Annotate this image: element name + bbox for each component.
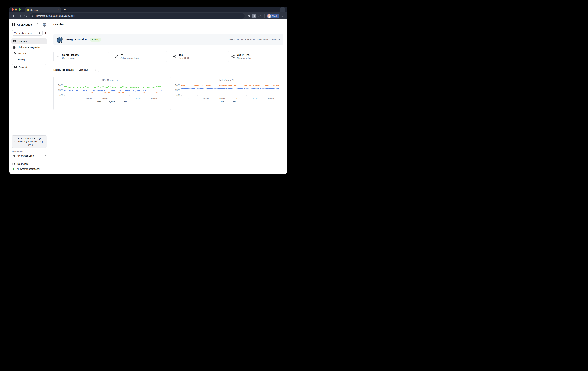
close-window-button[interactable] bbox=[11, 9, 14, 10]
chart-canvas: 0 %35 %70 %00:0000:0000:0000:0000:0000:0… bbox=[173, 82, 280, 100]
stat-card-disk-iops: 188 Disk IOPS bbox=[170, 51, 225, 62]
sidebar-item-clickhouse-integration[interactable]: ClickHouse integration bbox=[11, 45, 47, 50]
star-icon bbox=[248, 15, 250, 17]
updown-chevron-icon bbox=[39, 32, 41, 34]
stat-value: 23 bbox=[121, 54, 139, 56]
svg-text:00:00: 00:00 bbox=[252, 97, 257, 100]
svg-text:70 %: 70 % bbox=[175, 84, 180, 86]
database-icon bbox=[56, 55, 60, 58]
forward-button[interactable] bbox=[17, 14, 22, 18]
stat-label: Active connections bbox=[121, 57, 139, 59]
trial-notice-text: Your trial ends in 30 days — enter payme… bbox=[17, 137, 45, 146]
svg-text:35 %: 35 % bbox=[58, 89, 63, 91]
stat-value: 188 bbox=[179, 54, 189, 56]
svg-text:00:00: 00:00 bbox=[219, 97, 225, 100]
sidebar-item-settings[interactable]: Settings bbox=[11, 57, 47, 62]
reload-button[interactable] bbox=[23, 14, 28, 18]
building-icon bbox=[12, 154, 15, 157]
sidebar-item-backups[interactable]: Backups bbox=[11, 50, 47, 56]
browser-menu-button[interactable] bbox=[280, 14, 285, 18]
legend-label: data bbox=[233, 100, 237, 103]
site-info-icon[interactable] bbox=[32, 15, 34, 17]
service-banner: postgres-service Running 118 GB · 2 vCPU… bbox=[53, 34, 284, 45]
monitor-icon bbox=[13, 40, 16, 43]
url-text: localhost:8910/postgres/pgkybgnv0s5ii bbox=[36, 15, 75, 17]
sidebar-item-label: Overview bbox=[18, 40, 27, 43]
clickhouse-logo-icon bbox=[12, 23, 16, 27]
maximize-window-button[interactable] bbox=[19, 9, 21, 10]
tab-title: Services bbox=[30, 9, 56, 11]
svg-text:00:00: 00:00 bbox=[236, 97, 241, 100]
extensions-button[interactable] bbox=[257, 14, 262, 18]
stat-value: 55 GB / 118 GB bbox=[62, 54, 79, 56]
svg-text:00:00: 00:00 bbox=[135, 97, 140, 100]
user-avatar[interactable]: AM bbox=[42, 23, 46, 27]
svg-text:0 %: 0 % bbox=[176, 94, 180, 96]
integrations-label: Integrations bbox=[17, 163, 28, 165]
main-content: postgres-service Running 118 GB · 2 vCPU… bbox=[49, 29, 287, 115]
aws-logo-icon: aws bbox=[14, 32, 17, 34]
bell-icon[interactable] bbox=[36, 23, 39, 26]
brand-name: ClickHouse bbox=[17, 23, 34, 26]
chart-legend: rootdata bbox=[173, 100, 280, 103]
resource-usage-row: Resource usage Last hour bbox=[53, 67, 284, 72]
stats-row: 55 GB / 118 GB Used storage 23 Active co… bbox=[53, 51, 284, 62]
browser-profile-button[interactable]: Work bbox=[267, 14, 279, 18]
legend-label: system bbox=[109, 100, 115, 103]
legend-item: root bbox=[217, 100, 224, 103]
back-button[interactable] bbox=[12, 14, 16, 18]
sidebar-item-label: Settings bbox=[18, 58, 26, 61]
stat-label: Disk IOPS bbox=[179, 57, 189, 59]
clock-icon bbox=[14, 140, 15, 143]
connect-button[interactable]: Connect bbox=[12, 64, 46, 70]
tab-close-icon[interactable]: ✕ bbox=[58, 9, 60, 11]
organization-link[interactable]: AM's Organization bbox=[10, 154, 49, 157]
legend-item: idle bbox=[120, 100, 127, 103]
sliders-icon bbox=[13, 58, 16, 61]
new-tab-button[interactable]: + bbox=[64, 8, 66, 11]
page-title: Overview bbox=[53, 23, 64, 26]
password-manager-extension-button[interactable] bbox=[252, 14, 256, 18]
history-icon bbox=[13, 52, 16, 55]
chart-title: CPU Usage (%) bbox=[56, 79, 163, 81]
svg-text:00:00: 00:00 bbox=[151, 97, 157, 100]
trial-notice: Your trial ends in 30 days — enter payme… bbox=[11, 135, 47, 148]
disk-usage-chart: 0 %35 %70 %00:0000:0000:0000:0000:0000:0… bbox=[173, 82, 280, 100]
legend-swatch-icon bbox=[229, 102, 231, 102]
service-select[interactable]: aws postgres-ser... bbox=[12, 30, 42, 36]
minimize-window-button[interactable] bbox=[15, 9, 17, 10]
system-status[interactable]: All systems operational bbox=[12, 168, 46, 170]
status-text: All systems operational bbox=[17, 168, 40, 170]
organization-name: AM's Organization bbox=[17, 155, 35, 157]
service-name: postgres-service bbox=[65, 38, 87, 41]
tab-strip: Services ✕ + bbox=[10, 7, 287, 12]
stat-card-active-connections: 23 Active connections bbox=[112, 51, 167, 62]
sidebar-item-overview[interactable]: Overview bbox=[11, 39, 47, 44]
profile-name: Work bbox=[272, 15, 277, 17]
main-header: Overview bbox=[49, 20, 287, 29]
bookmark-button[interactable] bbox=[247, 14, 251, 18]
network-nodes-icon bbox=[231, 55, 235, 58]
connect-icon bbox=[14, 66, 17, 69]
reload-icon bbox=[24, 15, 27, 17]
stat-label: Network traffic bbox=[237, 57, 251, 59]
organization-section-label: Organization bbox=[10, 150, 49, 152]
gauge-icon bbox=[173, 55, 176, 58]
svg-text:0 %: 0 % bbox=[59, 94, 63, 96]
tab-search-button[interactable] bbox=[280, 7, 285, 12]
svg-text:00:00: 00:00 bbox=[203, 97, 209, 100]
stat-card-used-storage: 55 GB / 118 GB Used storage bbox=[53, 51, 109, 62]
cpu-usage-chart-card: CPU Usage (%) 0 %35 %70 %00:0000:0000:00… bbox=[53, 76, 167, 110]
sidebar-nav: Overview ClickHouse integration Backups … bbox=[10, 37, 49, 62]
back-arrow-icon bbox=[13, 15, 16, 18]
add-service-button[interactable]: + bbox=[44, 31, 46, 35]
legend-swatch-icon bbox=[105, 102, 108, 102]
address-bar[interactable]: localhost:8910/postgres/pgkybgnv0s5ii bbox=[30, 13, 245, 19]
legend-swatch-icon bbox=[217, 102, 220, 102]
browser-tab[interactable]: Services ✕ bbox=[25, 7, 61, 12]
service-selector-row: aws postgres-ser... + bbox=[10, 29, 49, 37]
time-range-select[interactable]: Last hour bbox=[77, 67, 99, 72]
integrations-link[interactable]: Integrations bbox=[12, 162, 46, 165]
status-badge: Running bbox=[90, 38, 101, 41]
window-controls bbox=[11, 9, 21, 10]
